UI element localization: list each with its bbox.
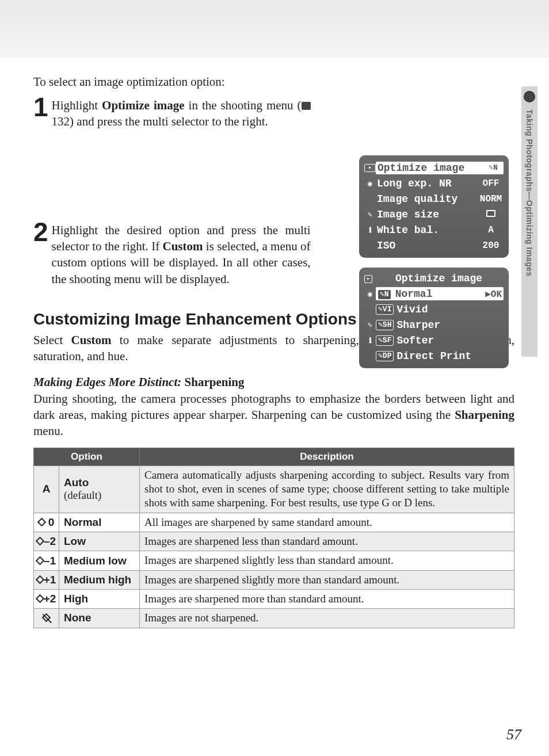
option-symbol: –2 [34, 532, 59, 551]
option-symbol [34, 609, 59, 628]
option-desc: Images are sharpened slightly more than … [140, 570, 514, 589]
table-row: None Images are not sharpened. [34, 609, 514, 628]
badge-icon: ✎VI [376, 304, 394, 315]
option-desc: All images are sharpened by same standar… [140, 513, 514, 532]
table-row: +2 High Images are sharpened more than s… [34, 589, 514, 608]
manual-ref-icon [302, 102, 311, 110]
table-row: –2 Low Images are sharpened less than st… [34, 532, 514, 551]
menu-value [478, 209, 504, 220]
badge-icon: ✎DP [376, 351, 394, 361]
text: During shooting, the camera processes ph… [33, 392, 514, 422]
subhead-bold: Sharpening [181, 375, 244, 389]
option-desc: Images are sharpened slightly less than … [140, 551, 514, 570]
table-row: –1 Medium low Images are sharpened sligh… [34, 551, 514, 570]
info-icon: ℹ [364, 226, 376, 235]
menu-label: Image quality [376, 193, 478, 205]
menu-value: ✎N [486, 162, 502, 173]
menu-value: 200 [478, 240, 504, 251]
bold: Custom [71, 333, 112, 347]
option-label: Normal [393, 288, 486, 300]
page-number: 57 [506, 726, 521, 743]
option-name: Auto(default) [59, 465, 140, 513]
camera-icon: ◉ [364, 179, 376, 188]
camera-icon: ◉ [364, 289, 376, 299]
step-1-number: 1 [33, 96, 48, 119]
col-description: Description [140, 448, 514, 465]
menu-row-optimize-image: ▸ Optimize image ✎N [363, 160, 505, 175]
camera-screen-shooting-menu: ▸ Optimize image ✎N ◉ Long exp. NR OFF I… [359, 155, 509, 258]
pencil-icon: ✎ [364, 320, 376, 330]
text: Highlight [52, 98, 102, 112]
option-desc: Images are sharpened more than standard … [140, 589, 514, 608]
option-name: None [59, 609, 140, 628]
submenu-row-vivid: ✎VI Vivid [363, 301, 505, 317]
playback-icon: ▸ [364, 275, 372, 283]
menu-value: NORM [478, 194, 504, 204]
playback-icon: ▸ [364, 164, 376, 172]
option-symbol: +1 [34, 570, 59, 589]
option-symbol: A [34, 465, 59, 513]
submenu-row-direct-print: ✎DP Direct Print [363, 348, 505, 364]
option-symbol: +2 [34, 589, 59, 608]
option-name: High [59, 589, 140, 608]
col-option: Option [34, 448, 140, 465]
subhead-italic: Making Edges More Distinct: [33, 375, 181, 389]
menu-label: ISO [376, 240, 478, 251]
submenu-row-softer: ℹ ✎SF Softer [363, 333, 505, 348]
menu-row-white-bal: ℹ White bal. A [363, 222, 505, 238]
sharpening-options-table: Option Description A Auto(default) Camer… [33, 448, 514, 628]
step-2-text: Highlight the desired option and press t… [52, 222, 317, 287]
menu-label: Optimize image [378, 162, 486, 174]
step-2-number: 2 [33, 220, 48, 244]
menu-label: White bal. [376, 224, 478, 236]
step-1: 1 Highlight Optimize image in the shooti… [33, 97, 514, 130]
menu-label: Image size [376, 209, 478, 220]
text: in the shooting menu ( [185, 98, 302, 112]
submenu-row-normal: ◉ ✎N Normal ▶OK [363, 286, 505, 301]
option-label: Sharper [395, 319, 504, 331]
pencil-icon: ✎ [364, 210, 376, 219]
subheading: Making Edges More Distinct: Sharpening [33, 375, 514, 390]
table-row: 0 Normal All images are sharpened by sam… [34, 513, 514, 532]
submenu-row-sharper: ✎ ✎SH Sharper [363, 317, 505, 333]
option-desc: Images are not sharpened. [140, 609, 514, 628]
option-symbol: 0 [34, 513, 59, 532]
option-name: Low [59, 532, 140, 551]
step-1-text: Highlight Optimize image in the shooting… [52, 97, 317, 130]
option-label: Softer [395, 335, 504, 346]
subsection-paragraph: During shooting, the camera processes ph… [33, 391, 514, 440]
camera-screen-optimize-image: ▸ Optimize image ◉ ✎N Normal ▶OK ✎VI Viv… [359, 268, 509, 368]
bold: Sharpening [455, 408, 514, 422]
option-symbol: –1 [34, 551, 59, 570]
menu-row-image-size: ✎ Image size [363, 207, 505, 222]
bold: Custom [163, 239, 203, 253]
page-header-bar [0, 0, 549, 58]
option-label: Direct Print [395, 350, 504, 362]
menu-value: A [478, 225, 504, 235]
ok-indicator: ▶OK [485, 288, 502, 300]
menu-label: Long exp. NR [376, 178, 478, 189]
menu-value: OFF [478, 178, 504, 189]
text: 132) and press the multi selector to the… [52, 114, 268, 128]
option-label: Vivid [395, 304, 504, 315]
text: menu. [33, 424, 63, 438]
option-desc: Camera automatically adjusts sharpening … [140, 465, 514, 513]
menu-row-image-quality: Image quality NORM [363, 191, 505, 207]
option-name: Normal [59, 513, 140, 532]
submenu-title: Optimize image [372, 272, 505, 286]
text: Select [33, 333, 71, 347]
bold: Optimize image [102, 98, 184, 112]
intro-text: To select an image optimization option: [33, 75, 514, 89]
option-desc: Images are sharpened less than standard … [140, 532, 514, 551]
table-row: +1 Medium high Images are sharpened slig… [34, 570, 514, 589]
menu-row-iso: ISO 200 [363, 238, 505, 253]
info-icon: ℹ [364, 336, 376, 345]
badge-icon: ✎SH [376, 320, 394, 330]
menu-row-long-exp: ◉ Long exp. NR OFF [363, 175, 505, 191]
option-name: Medium high [59, 570, 140, 589]
badge-icon: ✎SF [376, 335, 394, 346]
table-row: A Auto(default) Camera automatically adj… [34, 465, 514, 513]
option-name: Medium low [59, 551, 140, 570]
